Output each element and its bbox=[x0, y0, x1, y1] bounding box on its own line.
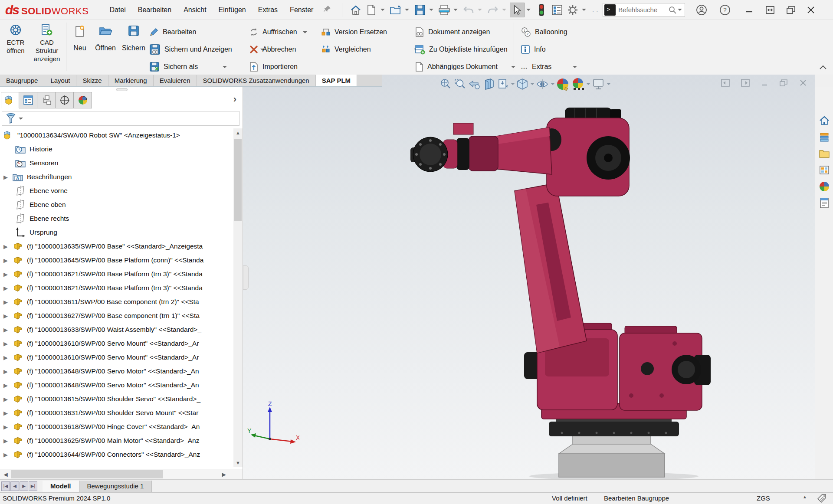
extras-dropdown-icon[interactable] bbox=[573, 66, 577, 68]
print-dropdown-icon[interactable] bbox=[453, 9, 458, 11]
expand-chevron-icon[interactable]: ▶ bbox=[3, 354, 10, 361]
rebuild-traffic-light-icon[interactable] bbox=[534, 3, 549, 17]
open-icon[interactable] bbox=[388, 3, 403, 17]
undo-icon[interactable] bbox=[461, 3, 476, 17]
bearbeiten-button[interactable]: Bearbeiten bbox=[149, 26, 196, 39]
tree-component-row[interactable]: ▶(f) "10000013615/SWP/00 Shoulder Servo"… bbox=[0, 392, 233, 406]
tree-component-row[interactable]: ▶(f) "10000013644/SWP/00 Connectors" <<S… bbox=[0, 448, 233, 461]
minimize-icon[interactable] bbox=[741, 3, 758, 17]
expand-chevron-icon[interactable]: ▶ bbox=[3, 410, 10, 416]
tree-item-historie[interactable]: Historie bbox=[0, 142, 233, 156]
panel-splitter-handle[interactable] bbox=[116, 88, 128, 91]
abhaengiges-dokument-button[interactable]: Abhängiges Dokument bbox=[415, 60, 518, 73]
account-icon[interactable] bbox=[693, 3, 710, 17]
sichern-als-dropdown-icon[interactable] bbox=[223, 66, 227, 68]
file-explorer-icon[interactable] bbox=[815, 146, 833, 161]
expand-chevron-icon[interactable]: ▶ bbox=[3, 340, 10, 347]
first-sheet-icon[interactable]: |◀ bbox=[1, 481, 10, 491]
graphics-area[interactable]: Z X Y bbox=[243, 75, 815, 479]
view-palette-icon[interactable] bbox=[815, 162, 833, 178]
design-library-icon[interactable] bbox=[815, 129, 833, 145]
auffrischen-dropdown-icon[interactable] bbox=[303, 31, 307, 33]
tree-item-sensoren[interactable]: Sensoren bbox=[0, 156, 233, 170]
expand-chevron-icon[interactable]: ▶ bbox=[3, 285, 10, 291]
version-ersetzen-button[interactable]: Version Ersetzen bbox=[321, 26, 387, 39]
select-cursor-icon[interactable] bbox=[510, 3, 525, 17]
tab-skizze[interactable]: Skizze bbox=[76, 75, 108, 86]
undo-dropdown-icon[interactable] bbox=[478, 9, 482, 11]
expand-chevron-icon[interactable]: ▶ bbox=[3, 424, 10, 430]
expand-chevron-icon[interactable]: ▶ bbox=[3, 327, 10, 333]
print-icon[interactable] bbox=[437, 3, 452, 17]
solidworks-resources-home-icon[interactable] bbox=[815, 113, 833, 128]
tree-component-row[interactable]: ▶(f) "10000013633/SWP/00 Waist Assembly"… bbox=[0, 323, 233, 337]
next-sheet-icon[interactable]: ▶ bbox=[20, 481, 28, 491]
scrollbar-thumb[interactable] bbox=[11, 470, 163, 478]
restore-window-icon[interactable] bbox=[782, 3, 800, 17]
panel-vertical-splitter[interactable] bbox=[243, 265, 249, 290]
abhaengiges-dokument-dropdown-icon[interactable] bbox=[511, 66, 515, 68]
tree-component-row[interactable]: ▶(f) "10000013645/SWP/00 Base Platform (… bbox=[0, 253, 233, 267]
sichern-als-button[interactable]: Sichern als bbox=[149, 60, 230, 73]
tree-component-row[interactable]: ▶(f) "10000013610/SWP/00 Servo Mount" <<… bbox=[0, 350, 233, 364]
settings-dropdown-icon[interactable] bbox=[582, 9, 586, 11]
tree-component-row[interactable]: ▶(f) "10000013625/SWP/00 Main Motor" <<S… bbox=[0, 434, 233, 448]
tree-component-row[interactable]: ▶(f) "10000013610/SWP/00 Servo Mount" <<… bbox=[0, 337, 233, 350]
tree-root-assembly[interactable]: "10000013634/SWA/00 Robot SW" <Anzeigest… bbox=[0, 128, 233, 142]
search-input[interactable] bbox=[618, 6, 668, 13]
filter-dropdown-icon[interactable] bbox=[19, 118, 23, 120]
expand-chevron-icon[interactable]: ▶ bbox=[3, 368, 10, 375]
menu-fenster[interactable]: Fenster bbox=[285, 4, 318, 16]
status-units[interactable]: ZGS bbox=[757, 494, 770, 502]
save-dropdown-icon[interactable] bbox=[429, 9, 433, 11]
status-tag-icon[interactable] bbox=[817, 493, 827, 504]
info-button[interactable]: Info bbox=[521, 43, 546, 56]
expand-chevron-icon[interactable]: ▶ bbox=[3, 396, 10, 403]
new-document-icon[interactable] bbox=[364, 3, 379, 17]
tree-item-ebene-rechts[interactable]: Ebene rechts bbox=[0, 212, 233, 226]
tree-component-row[interactable]: ▶(f) "10000013648/SWP/00 Servo Motor" <<… bbox=[0, 378, 233, 392]
expand-chevron-icon[interactable]: ▶ bbox=[3, 257, 10, 264]
abbrechen-button[interactable]: Abbrechen bbox=[249, 43, 296, 56]
tree-component-row[interactable]: ▶(f) "10000013635/SWP/00 Base" <<Standar… bbox=[0, 239, 233, 253]
tree-component-row[interactable]: ▶(f) "10000013631/SWP/00 Shoulder Servo … bbox=[0, 406, 233, 420]
tab-modell[interactable]: Modell bbox=[43, 481, 79, 492]
command-search[interactable]: >_ bbox=[603, 3, 685, 17]
status-caret-icon[interactable]: ▲ bbox=[803, 494, 807, 499]
redo-dropdown-icon[interactable] bbox=[502, 9, 506, 11]
tree-component-row[interactable]: ▶(f) "10000013648/SWP/00 Servo Motor" <<… bbox=[0, 364, 233, 378]
menu-datei[interactable]: Datei bbox=[104, 4, 131, 16]
ribbon-collapse-icon[interactable] bbox=[819, 64, 827, 71]
select-dropdown-icon[interactable] bbox=[526, 9, 531, 11]
toolbar-overflow-icon[interactable]: . . bbox=[592, 7, 598, 13]
last-sheet-icon[interactable]: ▶| bbox=[29, 481, 37, 491]
pin-menu-icon[interactable] bbox=[323, 5, 331, 15]
help-icon[interactable]: ? bbox=[716, 3, 734, 17]
scrollbar-thumb[interactable] bbox=[234, 139, 242, 221]
expand-chevron-icon[interactable]: ▶ bbox=[3, 452, 10, 458]
expand-chevron-icon[interactable]: ▶ bbox=[3, 438, 10, 444]
ectr-oeffnen-button[interactable]: ECTR öffnen bbox=[2, 23, 30, 55]
expand-chevron-icon[interactable]: ▶ bbox=[3, 174, 10, 180]
scroll-right-icon[interactable]: ▶ bbox=[219, 470, 229, 479]
scroll-left-icon[interactable]: ◀ bbox=[1, 470, 10, 479]
toggle-fullwidth-icon[interactable] bbox=[761, 3, 779, 17]
search-icon[interactable] bbox=[668, 6, 677, 14]
menu-einfuegen[interactable]: Einfügen bbox=[213, 4, 251, 16]
expand-chevron-icon[interactable]: ▶ bbox=[3, 313, 10, 319]
settings-gear-icon[interactable] bbox=[565, 3, 580, 17]
tree-item-beschriftungen[interactable]: ▶ A Beschriftungen bbox=[0, 170, 233, 184]
new-dropdown-icon[interactable] bbox=[380, 9, 385, 11]
tree-vertical-scrollbar[interactable]: ▲ ▼ bbox=[233, 128, 243, 467]
importieren-button[interactable]: Importieren bbox=[249, 60, 298, 73]
tree-component-row[interactable]: ▶(f) "10000013611/SWP/00 Base component … bbox=[0, 295, 233, 309]
tab-sap-plm[interactable]: SAP PLM bbox=[316, 75, 357, 86]
tree-item-ebene-vorne[interactable]: Ebene vorne bbox=[0, 184, 233, 198]
tab-layout[interactable]: Layout bbox=[44, 75, 76, 86]
tab-property-manager[interactable] bbox=[19, 92, 37, 108]
expand-chevron-icon[interactable]: ▶ bbox=[3, 243, 10, 250]
menu-bearbeiten[interactable]: Bearbeiten bbox=[133, 4, 177, 16]
appearances-scenes-icon[interactable] bbox=[815, 179, 833, 194]
expand-chevron-icon[interactable]: ▶ bbox=[3, 271, 10, 278]
custom-properties-icon[interactable] bbox=[815, 195, 833, 211]
